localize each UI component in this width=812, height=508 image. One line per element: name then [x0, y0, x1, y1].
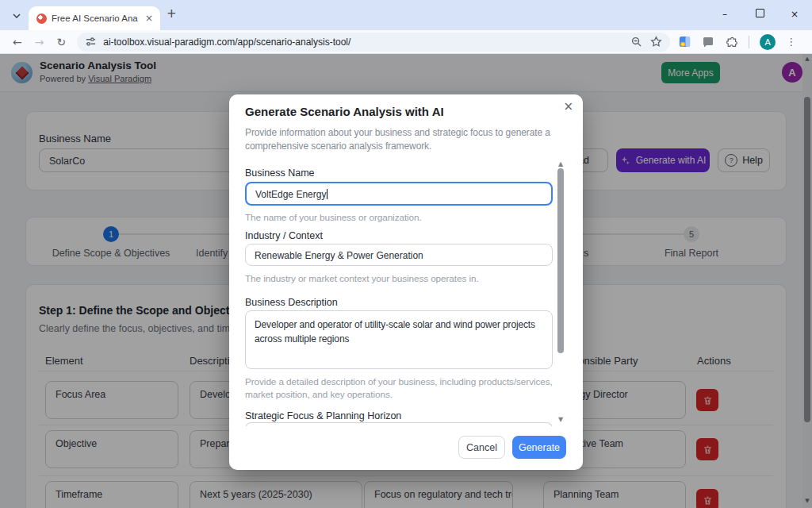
modal-close-icon[interactable]: × — [563, 101, 573, 113]
browser-menu-button[interactable]: ⋮ — [786, 37, 796, 47]
modal-description: Provide information about your business … — [245, 126, 570, 154]
tab-favicon-icon — [36, 13, 47, 24]
window-controls: – × — [707, 0, 812, 29]
browser-window: Free AI Scenario Analysis Tool - × + – ×… — [0, 0, 812, 508]
modal-form-scroll-area: Business Name VoltEdge Energy The name o… — [229, 158, 583, 426]
page-content: Scenario Analysis Tool Powered by Visual… — [0, 54, 812, 508]
modal-strategic-focus-input[interactable] — [245, 422, 553, 426]
browser-toolbar: ← → ↻ ai-toolbox.visual-paradigm.com/app… — [0, 30, 812, 54]
browser-tab[interactable]: Free AI Scenario Analysis Tool - × — [29, 6, 160, 30]
side-panel-icon[interactable] — [678, 35, 691, 48]
modal-scroll-up-icon[interactable]: ▲ — [557, 161, 565, 167]
tab-title: Free AI Scenario Analysis Tool - — [52, 13, 138, 23]
modal-business-description-help: Provide a detailed description of your b… — [245, 376, 562, 402]
site-settings-icon[interactable] — [85, 36, 97, 48]
window-close-button[interactable]: × — [777, 10, 812, 19]
url-text: ai-toolbox.visual-paradigm.com/app/scena… — [103, 37, 622, 48]
url-bar[interactable]: ai-toolbox.visual-paradigm.com/app/scena… — [77, 33, 670, 52]
cancel-button[interactable]: Cancel — [458, 436, 505, 459]
window-maximize-button[interactable] — [742, 9, 777, 20]
modal-business-name-help: The name of your business or organizatio… — [245, 212, 562, 225]
generate-scenario-modal: × Generate Scenario Analysis with AI Pro… — [229, 94, 583, 470]
modal-title: Generate Scenario Analysis with AI — [245, 105, 444, 118]
modal-business-description-label: Business Description — [245, 297, 338, 308]
toolbar-extensions-area: A ⋮ — [678, 34, 796, 50]
window-minimize-button[interactable]: – — [707, 10, 742, 19]
modal-business-description-textarea[interactable]: Developer and operator of utility-scale … — [245, 310, 553, 369]
maximize-icon — [756, 9, 764, 17]
new-tab-button[interactable]: + — [167, 8, 177, 20]
chevron-down-icon — [13, 13, 21, 18]
modal-strategic-focus-label: Strategic Focus & Planning Horizon — [245, 410, 401, 421]
browser-profile-avatar[interactable]: A — [760, 34, 776, 50]
modal-industry-label: Industry / Context — [245, 230, 323, 241]
modal-industry-input[interactable]: Renewable Energy & Power Generation — [245, 244, 553, 266]
extensions-puzzle-icon[interactable] — [725, 35, 738, 48]
extension-gray-icon[interactable] — [702, 36, 714, 48]
generate-button[interactable]: Generate — [512, 436, 566, 459]
modal-scroll-down-icon[interactable]: ▼ — [557, 417, 565, 423]
text-caret — [327, 189, 327, 199]
modal-industry-help: The industry or market context your busi… — [245, 273, 562, 286]
modal-business-name-label: Business Name — [245, 167, 315, 179]
back-button[interactable]: ← — [13, 37, 22, 48]
modal-scrollbar-thumb[interactable] — [557, 168, 564, 353]
tab-search-button[interactable] — [6, 7, 27, 25]
forward-button[interactable]: → — [35, 37, 44, 48]
toolbar-divider — [749, 36, 749, 48]
modal-business-name-input[interactable]: VoltEdge Energy — [245, 182, 553, 206]
browser-titlebar: Free AI Scenario Analysis Tool - × + – × — [0, 0, 812, 30]
modal-business-name-value: VoltEdge Energy — [255, 189, 326, 200]
reload-button[interactable]: ↻ — [56, 37, 66, 48]
zoom-out-icon[interactable] — [630, 36, 642, 48]
tab-close-icon[interactable]: × — [143, 13, 155, 24]
bookmark-star-icon[interactable] — [650, 36, 662, 48]
